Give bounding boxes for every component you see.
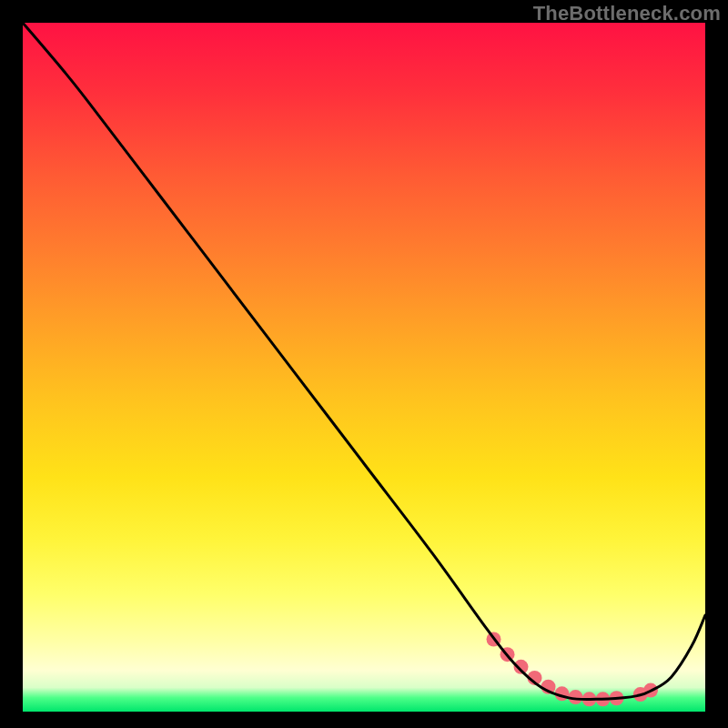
bottleneck-curve — [23, 23, 705, 700]
chart-svg — [23, 23, 705, 712]
plot-area — [23, 23, 705, 712]
marker-group — [487, 632, 659, 707]
watermark-text: TheBottleneck.com — [533, 2, 721, 25]
chart-stage: TheBottleneck.com — [0, 0, 728, 728]
